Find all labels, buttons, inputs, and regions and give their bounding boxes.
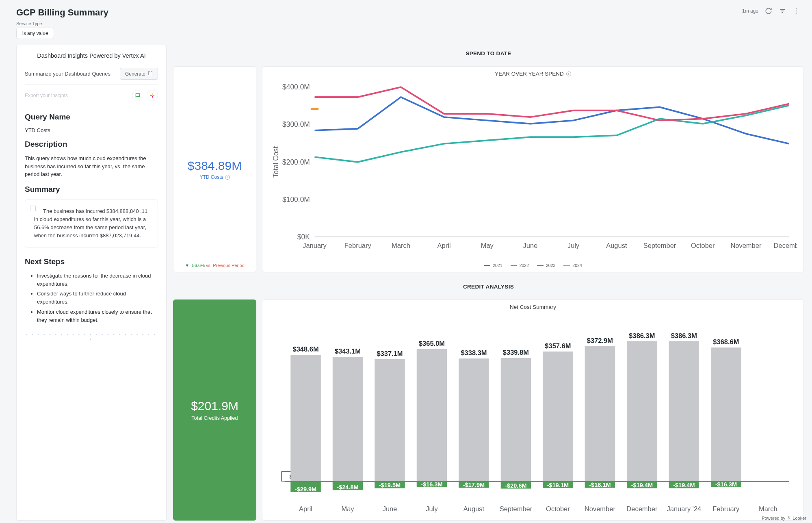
- generate-button[interactable]: Generate: [120, 68, 158, 80]
- svg-text:October: October: [691, 242, 715, 249]
- legend-item[interactable]: 2022: [511, 263, 529, 268]
- export-label: Export your Insights: [25, 93, 68, 98]
- yoy-line-chart: $0K$100.0M$200.0M$300.0M$400.0MTotal Cos…: [269, 79, 797, 260]
- spend-section-title: SPEND TO DATE: [173, 45, 804, 61]
- svg-text:$400.0M: $400.0M: [282, 83, 310, 91]
- svg-text:-$19.4M: -$19.4M: [631, 482, 653, 489]
- svg-text:July: July: [567, 242, 580, 249]
- svg-text:$300.0M: $300.0M: [282, 120, 310, 128]
- svg-text:June: June: [383, 505, 397, 512]
- service-type-filter[interactable]: is any value: [16, 28, 54, 39]
- divider-dots: • • • • • • • • • • • • • • • • • • • • …: [25, 332, 158, 341]
- svg-rect-48: [417, 349, 447, 482]
- svg-rect-9: [153, 95, 155, 96]
- yoy-legend: 2021202220232024: [269, 260, 797, 269]
- svg-rect-38: [333, 357, 363, 481]
- net-cost-bar-chart: $0.00$348.6M-$29.9MApril$343.1M-$24.8MMa…: [269, 312, 797, 517]
- svg-rect-68: [585, 346, 615, 482]
- svg-text:-$16.3M: -$16.3M: [715, 481, 737, 488]
- svg-text:$200.0M: $200.0M: [282, 158, 310, 166]
- svg-point-5: [796, 13, 797, 13]
- svg-text:$337.1M: $337.1M: [377, 350, 403, 357]
- ytd-cost-value: $384.89M: [188, 159, 242, 173]
- refresh-icon[interactable]: [765, 7, 772, 15]
- svg-text:April: April: [437, 242, 451, 249]
- looker-logo-icon: [787, 516, 791, 521]
- svg-rect-73: [627, 341, 657, 482]
- svg-text:November: November: [585, 505, 616, 512]
- svg-text:August: August: [463, 505, 485, 512]
- svg-text:-$29.9M: -$29.9M: [295, 486, 316, 493]
- net-cost-title: Net Cost Summary: [269, 304, 797, 310]
- slack-export-icon[interactable]: [147, 90, 158, 101]
- svg-text:June: June: [523, 242, 538, 249]
- header-actions: 1m ago: [742, 7, 800, 15]
- svg-text:September: September: [500, 505, 533, 512]
- ytd-delta-pct: -56.6%: [191, 263, 205, 268]
- svg-text:May: May: [341, 505, 354, 512]
- insights-title: Dashboard Insights Powered by Vertex AI: [25, 52, 158, 59]
- svg-text:-$18.1M: -$18.1M: [589, 482, 611, 488]
- description-text: This query shows how much cloud expendit…: [25, 154, 158, 178]
- page-title: GCP Billing Summary: [16, 7, 108, 18]
- svg-text:February: February: [344, 242, 372, 249]
- svg-rect-58: [501, 358, 531, 481]
- svg-text:-$19.5M: -$19.5M: [379, 482, 401, 489]
- svg-text:Total Cost: Total Cost: [272, 146, 280, 178]
- svg-text:$0K: $0K: [297, 233, 310, 241]
- ytd-cost-label: YTD Costs: [199, 174, 223, 180]
- svg-text:October: October: [546, 505, 570, 512]
- next-steps-heading: Next Steps: [25, 257, 158, 266]
- svg-rect-33: [290, 355, 321, 481]
- last-refresh: 1m ago: [742, 8, 758, 14]
- legend-item[interactable]: 2021: [484, 263, 502, 268]
- svg-text:$386.3M: $386.3M: [671, 332, 697, 339]
- summary-box: The business has incurred $384,888,840 .…: [25, 200, 158, 248]
- legend-item[interactable]: 2023: [537, 263, 555, 268]
- svg-text:$357.6M: $357.6M: [545, 343, 571, 350]
- svg-text:March: March: [392, 242, 410, 249]
- svg-text:December: December: [626, 505, 658, 512]
- credits-label: Total Credits Applied: [192, 415, 238, 421]
- filter-icon[interactable]: [779, 7, 786, 15]
- svg-text:$100.0M: $100.0M: [282, 195, 310, 204]
- svg-text:April: April: [299, 505, 312, 512]
- next-steps-list: Investigate the reasons for the decrease…: [25, 272, 158, 324]
- svg-text:November: November: [730, 242, 762, 249]
- yoy-chart-title: YEAR OVER YEAR SPEND: [495, 71, 563, 77]
- description-heading: Description: [25, 140, 158, 149]
- svg-text:$338.3M: $338.3M: [461, 349, 487, 357]
- query-name-heading: Query Name: [25, 113, 158, 122]
- svg-point-4: [796, 11, 797, 11]
- ytd-delta: ▼ -56.6% vs. Previous Period: [185, 263, 245, 268]
- insights-card: Dashboard Insights Powered by Vertex AI …: [16, 45, 167, 521]
- svg-text:$372.9M: $372.9M: [587, 337, 613, 344]
- svg-rect-8: [152, 96, 153, 98]
- svg-point-90: [788, 518, 790, 519]
- svg-rect-83: [711, 347, 741, 481]
- svg-text:$339.8M: $339.8M: [503, 349, 529, 356]
- svg-rect-7: [150, 95, 152, 96]
- ytd-delta-vs: vs. Previous Period: [206, 263, 245, 268]
- svg-text:January '24: January '24: [667, 505, 702, 512]
- credits-value: $201.9M: [191, 399, 238, 413]
- info-icon[interactable]: i: [566, 72, 571, 76]
- svg-text:February: February: [712, 505, 740, 512]
- down-arrow-icon: ▼: [185, 263, 189, 268]
- svg-text:$343.1M: $343.1M: [335, 347, 361, 355]
- credit-section-title: CREDIT ANALYSIS: [173, 278, 804, 294]
- more-icon[interactable]: [793, 7, 800, 15]
- legend-item[interactable]: 2024: [563, 263, 582, 268]
- svg-text:January: January: [303, 242, 327, 249]
- filter-label: Service Type: [16, 21, 796, 26]
- chat-export-icon[interactable]: [132, 90, 143, 101]
- svg-rect-43: [375, 359, 405, 482]
- query-name: YTD Costs: [25, 127, 158, 133]
- svg-text:September: September: [643, 242, 676, 249]
- svg-text:$348.6M: $348.6M: [292, 346, 318, 353]
- credits-kpi: $201.9M Total Credits Applied: [173, 299, 256, 520]
- summary-heading: Summary: [25, 185, 158, 194]
- info-icon[interactable]: i: [225, 175, 230, 180]
- next-step-item: Monitor cloud expenditures closely to en…: [37, 308, 158, 324]
- yoy-chart-card: YEAR OVER YEAR SPEND i $0K$100.0M$200.0M…: [262, 66, 804, 272]
